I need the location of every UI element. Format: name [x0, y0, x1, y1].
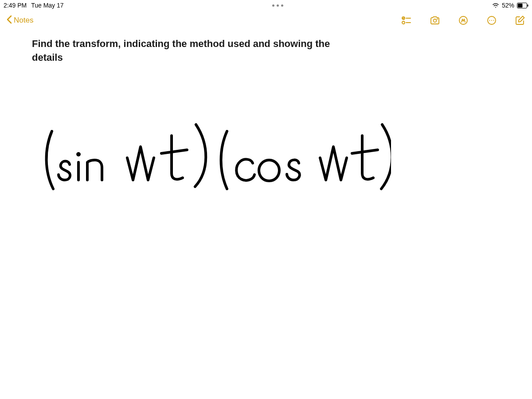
status-time: 2:49 PM — [4, 2, 27, 9]
handwritten-expression-svg — [36, 100, 391, 198]
chevron-left-icon — [6, 15, 12, 26]
status-date: Tue May 17 — [31, 2, 63, 9]
svg-point-11 — [489, 20, 490, 21]
svg-point-12 — [491, 20, 492, 21]
svg-point-7 — [434, 19, 437, 22]
markup-icon[interactable] — [458, 15, 469, 26]
svg-point-8 — [437, 19, 438, 20]
navigation-bar: Notes — [0, 11, 532, 30]
battery-percent: 52% — [502, 2, 514, 9]
back-button[interactable]: Notes — [6, 15, 33, 26]
back-label: Notes — [14, 16, 33, 25]
multitask-indicator-icon[interactable] — [272, 4, 283, 7]
svg-rect-2 — [527, 4, 528, 7]
battery-icon — [517, 3, 528, 8]
nav-actions — [401, 15, 526, 26]
status-left: 2:49 PM Tue May 17 — [4, 2, 64, 9]
camera-icon[interactable] — [429, 15, 441, 26]
note-title: Find the transform, indicating the metho… — [32, 37, 333, 65]
wifi-icon — [492, 2, 499, 9]
checklist-icon[interactable] — [401, 15, 412, 26]
status-right: 52% — [492, 2, 528, 9]
svg-point-13 — [493, 20, 494, 21]
svg-point-5 — [402, 21, 405, 24]
status-bar: 2:49 PM Tue May 17 52% — [0, 0, 532, 11]
handwriting-area — [32, 100, 500, 200]
more-icon[interactable] — [486, 15, 497, 26]
note-content[interactable]: Find the transform, indicating the metho… — [0, 30, 532, 200]
compose-icon[interactable] — [514, 15, 526, 26]
svg-rect-1 — [518, 4, 523, 8]
